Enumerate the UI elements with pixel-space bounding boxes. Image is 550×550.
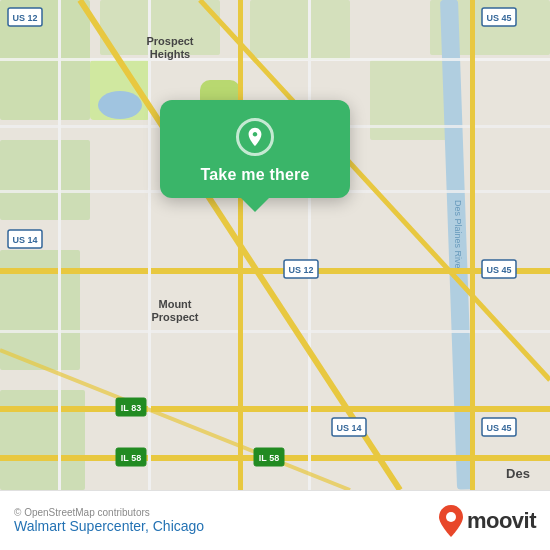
svg-text:IL 58: IL 58 [259,453,279,463]
svg-rect-17 [0,330,550,333]
svg-rect-4 [0,390,85,490]
svg-text:Prospect: Prospect [146,35,193,47]
moovit-wordmark: moovit [467,508,536,534]
svg-text:Des: Des [506,466,530,481]
svg-text:US 14: US 14 [12,235,37,245]
location-title: Walmart Supercenter, Chicago [14,518,204,534]
svg-text:US 12: US 12 [12,13,37,23]
svg-text:IL 58: IL 58 [121,453,141,463]
bottom-left-info: © OpenStreetMap contributors Walmart Sup… [14,507,204,534]
svg-text:IL 83: IL 83 [121,403,141,413]
svg-rect-2 [0,140,90,220]
svg-rect-19 [0,406,550,412]
svg-text:US 12: US 12 [288,265,313,275]
svg-text:Des Plaines River: Des Plaines River [453,200,463,272]
svg-rect-24 [148,0,151,490]
svg-rect-14 [0,58,550,61]
map-container: Des Plaines River US 45 US 12 US 45 US 1… [0,0,550,490]
moovit-pin-icon [439,505,463,537]
svg-text:US 14: US 14 [336,423,361,433]
svg-text:Prospect: Prospect [151,311,198,323]
svg-rect-18 [0,268,550,274]
bottom-bar: © OpenStreetMap contributors Walmart Sup… [0,490,550,550]
popup-card[interactable]: Take me there [160,100,350,198]
svg-text:US 45: US 45 [486,13,511,23]
svg-point-54 [446,512,456,522]
svg-rect-25 [308,0,311,490]
svg-text:Mount: Mount [159,298,192,310]
location-pin-icon [236,118,274,156]
svg-point-11 [98,91,142,119]
map-svg: Des Plaines River US 45 US 12 US 45 US 1… [0,0,550,490]
take-me-there-button[interactable]: Take me there [176,166,334,184]
svg-text:US 45: US 45 [486,423,511,433]
pin-svg [244,126,266,148]
svg-rect-23 [58,0,61,490]
svg-rect-22 [470,0,475,490]
moovit-logo: moovit [439,505,536,537]
osm-attribution: © OpenStreetMap contributors [14,507,204,518]
svg-rect-6 [250,0,350,60]
svg-text:Heights: Heights [150,48,190,60]
svg-text:US 45: US 45 [486,265,511,275]
